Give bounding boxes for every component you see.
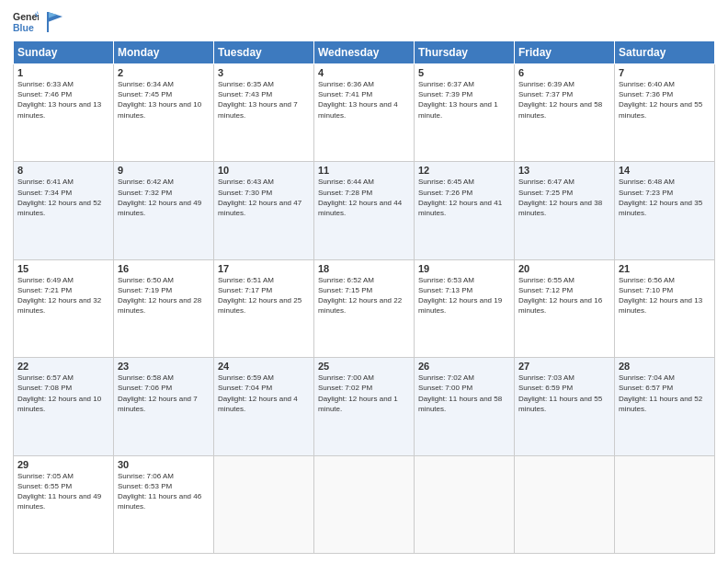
cell-info: Sunrise: 6:36 AMSunset: 7:41 PMDaylight:…: [318, 80, 398, 120]
cell-info: Sunrise: 6:55 AMSunset: 7:12 PMDaylight:…: [518, 276, 602, 316]
calendar-cell: 12 Sunrise: 6:45 AMSunset: 7:26 PMDaylig…: [415, 162, 515, 259]
calendar-cell: 19 Sunrise: 6:53 AMSunset: 7:13 PMDaylig…: [415, 259, 515, 357]
calendar-cell: 6 Sunrise: 6:39 AMSunset: 7:37 PMDayligh…: [515, 64, 615, 162]
cell-info: Sunrise: 7:06 AMSunset: 6:53 PMDaylight:…: [118, 472, 201, 511]
weekday-header-sunday: Sunday: [14, 41, 114, 64]
calendar-cell: [214, 455, 314, 553]
cell-info: Sunrise: 6:35 AMSunset: 7:43 PMDaylight:…: [218, 80, 298, 120]
cell-info: Sunrise: 6:56 AMSunset: 7:10 PMDaylight:…: [619, 276, 702, 316]
day-number: 29: [17, 459, 109, 470]
calendar-cell: 18 Sunrise: 6:52 AMSunset: 7:15 PMDaylig…: [314, 259, 415, 357]
calendar-cell: 16 Sunrise: 6:50 AMSunset: 7:19 PMDaylig…: [114, 259, 214, 357]
cell-info: Sunrise: 6:45 AMSunset: 7:26 PMDaylight:…: [418, 178, 502, 217]
weekday-header-thursday: Thursday: [415, 41, 515, 64]
calendar-table: SundayMondayTuesdayWednesdayThursdayFrid…: [13, 40, 715, 554]
calendar-cell: [615, 455, 715, 553]
day-number: 5: [418, 67, 510, 78]
cell-info: Sunrise: 6:57 AMSunset: 7:08 PMDaylight:…: [17, 373, 101, 413]
svg-text:Blue: Blue: [13, 22, 34, 33]
cell-info: Sunrise: 6:39 AMSunset: 7:37 PMDaylight:…: [518, 80, 602, 120]
calendar-cell: 27 Sunrise: 7:03 AMSunset: 6:59 PMDaylig…: [515, 358, 615, 455]
calendar-cell: 30 Sunrise: 7:06 AMSunset: 6:53 PMDaylig…: [114, 455, 214, 553]
calendar-cell: 7 Sunrise: 6:40 AMSunset: 7:36 PMDayligh…: [615, 64, 715, 162]
day-number: 11: [318, 165, 410, 176]
page: General Blue SundayMondayTuesdayWednesda: [0, 0, 728, 563]
day-number: 3: [218, 67, 310, 78]
calendar-cell: 15 Sunrise: 6:49 AMSunset: 7:21 PMDaylig…: [14, 259, 114, 357]
calendar-cell: 13 Sunrise: 6:47 AMSunset: 7:25 PMDaylig…: [515, 162, 615, 259]
day-number: 9: [118, 165, 210, 176]
weekday-header-monday: Monday: [114, 41, 214, 64]
calendar-cell: 8 Sunrise: 6:41 AMSunset: 7:34 PMDayligh…: [14, 162, 114, 259]
calendar-cell: [415, 455, 515, 553]
logo: General Blue: [13, 9, 63, 35]
logo-icon: General Blue: [13, 9, 39, 35]
weekday-header-tuesday: Tuesday: [214, 41, 314, 64]
day-number: 13: [518, 165, 610, 176]
day-number: 30: [118, 459, 210, 470]
cell-info: Sunrise: 7:03 AMSunset: 6:59 PMDaylight:…: [518, 373, 602, 413]
day-number: 4: [318, 67, 410, 78]
top-section: General Blue: [13, 9, 715, 35]
calendar-cell: 23 Sunrise: 6:58 AMSunset: 7:06 PMDaylig…: [114, 358, 214, 455]
week-row-4: 22 Sunrise: 6:57 AMSunset: 7:08 PMDaylig…: [14, 358, 715, 455]
day-number: 27: [518, 361, 610, 372]
cell-info: Sunrise: 6:42 AMSunset: 7:32 PMDaylight:…: [118, 178, 201, 217]
calendar-cell: 21 Sunrise: 6:56 AMSunset: 7:10 PMDaylig…: [615, 259, 715, 357]
cell-info: Sunrise: 6:47 AMSunset: 7:25 PMDaylight:…: [518, 178, 602, 217]
calendar-cell: 4 Sunrise: 6:36 AMSunset: 7:41 PMDayligh…: [314, 64, 415, 162]
day-number: 12: [418, 165, 510, 176]
cell-info: Sunrise: 6:44 AMSunset: 7:28 PMDaylight:…: [318, 178, 402, 217]
cell-info: Sunrise: 7:05 AMSunset: 6:55 PMDaylight:…: [17, 472, 101, 511]
week-row-2: 8 Sunrise: 6:41 AMSunset: 7:34 PMDayligh…: [14, 162, 715, 259]
cell-info: Sunrise: 6:41 AMSunset: 7:34 PMDaylight:…: [17, 178, 101, 217]
cell-info: Sunrise: 6:43 AMSunset: 7:30 PMDaylight:…: [218, 178, 301, 217]
weekday-header-row: SundayMondayTuesdayWednesdayThursdayFrid…: [14, 41, 715, 64]
calendar-cell: 11 Sunrise: 6:44 AMSunset: 7:28 PMDaylig…: [314, 162, 415, 259]
day-number: 6: [518, 67, 610, 78]
calendar-cell: 26 Sunrise: 7:02 AMSunset: 7:00 PMDaylig…: [415, 358, 515, 455]
week-row-1: 1 Sunrise: 6:33 AMSunset: 7:46 PMDayligh…: [14, 64, 715, 162]
day-number: 22: [17, 361, 109, 372]
day-number: 19: [418, 263, 510, 274]
calendar-cell: 28 Sunrise: 7:04 AMSunset: 6:57 PMDaylig…: [615, 358, 715, 455]
day-number: 23: [118, 361, 210, 372]
day-number: 20: [518, 263, 610, 274]
day-number: 25: [318, 361, 410, 372]
day-number: 15: [17, 263, 109, 274]
week-row-5: 29 Sunrise: 7:05 AMSunset: 6:55 PMDaylig…: [14, 455, 715, 553]
day-number: 17: [218, 263, 310, 274]
day-number: 7: [619, 67, 711, 78]
calendar-cell: [515, 455, 615, 553]
cell-info: Sunrise: 6:50 AMSunset: 7:19 PMDaylight:…: [118, 276, 201, 316]
cell-info: Sunrise: 6:58 AMSunset: 7:06 PMDaylight:…: [118, 373, 198, 413]
day-number: 24: [218, 361, 310, 372]
day-number: 16: [118, 263, 210, 274]
calendar-cell: 22 Sunrise: 6:57 AMSunset: 7:08 PMDaylig…: [14, 358, 114, 455]
cell-info: Sunrise: 6:37 AMSunset: 7:39 PMDaylight:…: [418, 80, 498, 120]
cell-info: Sunrise: 6:52 AMSunset: 7:15 PMDaylight:…: [318, 276, 402, 316]
day-number: 8: [17, 165, 109, 176]
calendar-cell: 20 Sunrise: 6:55 AMSunset: 7:12 PMDaylig…: [515, 259, 615, 357]
cell-info: Sunrise: 7:04 AMSunset: 6:57 PMDaylight:…: [619, 373, 702, 413]
cell-info: Sunrise: 6:49 AMSunset: 7:21 PMDaylight:…: [17, 276, 101, 316]
day-number: 14: [619, 165, 711, 176]
cell-info: Sunrise: 6:51 AMSunset: 7:17 PMDaylight:…: [218, 276, 301, 316]
weekday-header-wednesday: Wednesday: [314, 41, 415, 64]
day-number: 18: [318, 263, 410, 274]
calendar-cell: 29 Sunrise: 7:05 AMSunset: 6:55 PMDaylig…: [14, 455, 114, 553]
weekday-header-friday: Friday: [515, 41, 615, 64]
cell-info: Sunrise: 7:02 AMSunset: 7:00 PMDaylight:…: [418, 373, 502, 413]
weekday-header-saturday: Saturday: [615, 41, 715, 64]
cell-info: Sunrise: 6:53 AMSunset: 7:13 PMDaylight:…: [418, 276, 502, 316]
week-row-3: 15 Sunrise: 6:49 AMSunset: 7:21 PMDaylig…: [14, 259, 715, 357]
calendar-cell: [314, 455, 415, 553]
cell-info: Sunrise: 7:00 AMSunset: 7:02 PMDaylight:…: [318, 373, 398, 413]
calendar-cell: 5 Sunrise: 6:37 AMSunset: 7:39 PMDayligh…: [415, 64, 515, 162]
cell-info: Sunrise: 6:33 AMSunset: 7:46 PMDaylight:…: [17, 80, 101, 120]
logo-flag-icon: [46, 12, 63, 32]
cell-info: Sunrise: 6:40 AMSunset: 7:36 PMDaylight:…: [619, 80, 702, 120]
calendar-cell: 24 Sunrise: 6:59 AMSunset: 7:04 PMDaylig…: [214, 358, 314, 455]
calendar-cell: 10 Sunrise: 6:43 AMSunset: 7:30 PMDaylig…: [214, 162, 314, 259]
cell-info: Sunrise: 6:59 AMSunset: 7:04 PMDaylight:…: [218, 373, 298, 413]
